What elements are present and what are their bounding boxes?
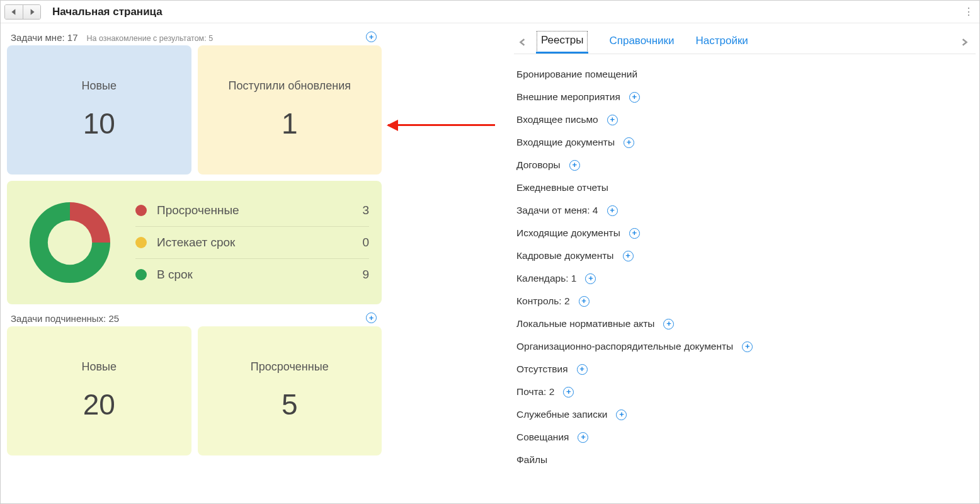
chevron-left-icon (519, 38, 527, 46)
nav-buttons (4, 4, 41, 20)
legend-row[interactable]: Истекает срок0 (135, 227, 369, 259)
donut-chart (20, 192, 120, 293)
arrow-line (388, 124, 495, 126)
my-tasks-subtitle[interactable]: На ознакомление с результатом: 5 (87, 34, 214, 43)
main: Задачи мне: 17 На ознакомление с результ… (1, 23, 979, 503)
registry-item-label: Контроль: 2 (516, 295, 570, 307)
registry-item[interactable]: Контроль: 2 (516, 290, 976, 312)
plus-icon[interactable] (623, 251, 634, 261)
my-tasks-tiles: Новые 10 Поступили обновления 1 (7, 45, 382, 175)
registry-item-label: Совещания (516, 432, 569, 443)
kebab-menu-icon[interactable]: ⋮ (963, 4, 974, 18)
plus-icon[interactable] (585, 273, 596, 284)
registry-item[interactable]: Внешние мероприятия (516, 86, 976, 108)
registry-item[interactable]: Задачи от меня: 4 (516, 199, 976, 222)
toolbar: Начальная страница ⋮ (1, 1, 979, 23)
sub-tasks-tiles: Новые 20 Просроченные 5 (7, 326, 382, 455)
legend-label: Истекает срок (157, 236, 350, 249)
legend-row[interactable]: В срок9 (135, 259, 369, 290)
plus-icon[interactable] (577, 364, 588, 375)
arrow-head-icon (387, 120, 398, 131)
plus-icon[interactable] (616, 410, 627, 420)
forward-button[interactable] (23, 5, 40, 19)
tile-new-value: 10 (83, 106, 115, 140)
plus-icon[interactable] (629, 92, 640, 103)
registry-item-label: Договоры (516, 159, 561, 171)
plus-icon[interactable] (742, 341, 753, 352)
donut-slice (70, 202, 110, 243)
registry-item[interactable]: Отсутствия (516, 358, 976, 381)
plus-icon[interactable] (663, 319, 674, 329)
registry-item-label: Ежедневные отчеты (516, 182, 608, 193)
registry-item-label: Календарь: 1 (516, 273, 576, 284)
tile-sub-new[interactable]: Новые 20 (7, 326, 191, 455)
tile-updates[interactable]: Поступили обновления 1 (198, 45, 382, 175)
registry-item[interactable]: Ежедневные отчеты (516, 176, 976, 199)
tile-new[interactable]: Новые 10 (7, 45, 191, 175)
donut-chart-svg (20, 192, 120, 293)
registry-item-label: Входящее письмо (516, 114, 598, 125)
plus-icon (366, 32, 377, 42)
tile-updates-value: 1 (282, 106, 298, 140)
registry-item[interactable]: Файлы (516, 449, 976, 471)
registry-item[interactable]: Совещания (516, 426, 976, 449)
plus-icon (366, 312, 377, 323)
registry-item-label: Локальные нормативные акты (516, 318, 654, 329)
back-button[interactable] (5, 5, 23, 19)
tab-registries[interactable]: Реестры (537, 31, 588, 52)
registry-item[interactable]: Входящие документы (516, 131, 976, 154)
right-column: Реестры Справочники Настройки Бронирован… (514, 23, 979, 503)
registry-list: Бронирование помещенийВнешние мероприяти… (514, 54, 976, 471)
tab-settings[interactable]: Настройки (695, 31, 748, 54)
registry-item[interactable]: Договоры (516, 154, 976, 176)
tile-sub-overdue-value: 5 (282, 387, 298, 421)
registry-item-label: Входящие документы (516, 137, 615, 148)
tabs-scroll-right[interactable] (955, 33, 973, 51)
registry-item-label: Кадровые документы (516, 250, 614, 261)
registry-item[interactable]: Исходящие документы (516, 222, 976, 244)
plus-icon[interactable] (579, 296, 590, 307)
plus-icon[interactable] (629, 228, 640, 239)
plus-icon[interactable] (607, 115, 618, 125)
left-column: Задачи мне: 17 На ознакомление с результ… (1, 23, 388, 503)
plus-icon[interactable] (563, 387, 574, 398)
tile-updates-label: Поступили обновления (229, 79, 351, 93)
tile-sub-overdue-label: Просроченные (251, 360, 329, 374)
legend-dot-icon (135, 205, 147, 216)
sub-tasks-add[interactable] (366, 312, 377, 323)
plus-icon[interactable] (578, 432, 588, 443)
plus-icon[interactable] (569, 160, 580, 171)
registry-item[interactable]: Входящее письмо (516, 108, 976, 131)
legend-value: 0 (350, 236, 369, 249)
tasks-chart-tile[interactable]: Просроченные3Истекает срок0В срок9 (7, 181, 382, 304)
legend-label: В срок (157, 268, 350, 282)
registry-item-label: Организационно-распорядительные документ… (516, 341, 733, 352)
tile-sub-overdue[interactable]: Просроченные 5 (198, 326, 382, 455)
legend-value: 9 (350, 268, 369, 282)
sub-tasks-title[interactable]: Задачи подчиненных: 25 (11, 313, 119, 324)
legend-dot-icon (135, 269, 147, 280)
tile-sub-new-value: 20 (83, 387, 115, 421)
tab-reference[interactable]: Справочники (609, 31, 674, 54)
registry-item[interactable]: Почта: 2 (516, 381, 976, 403)
registry-item[interactable]: Бронирование помещений (516, 63, 976, 86)
tabs-scroll-left[interactable] (514, 33, 532, 51)
legend-row[interactable]: Просроченные3 (135, 195, 369, 227)
registry-item-label: Служебные записки (516, 409, 607, 420)
my-tasks-title[interactable]: Задачи мне: 17 (11, 32, 78, 43)
plus-icon[interactable] (624, 137, 634, 148)
page-title: Начальная страница (52, 6, 162, 18)
chart-legend: Просроченные3Истекает срок0В срок9 (135, 195, 369, 290)
chevron-right-icon (960, 38, 968, 46)
plus-icon[interactable] (607, 205, 618, 216)
registry-item[interactable]: Кадровые документы (516, 244, 976, 267)
sub-tasks-header: Задачи подчиненных: 25 (11, 313, 382, 324)
my-tasks-add[interactable] (366, 32, 377, 42)
legend-label: Просроченные (157, 203, 350, 217)
registry-item[interactable]: Локальные нормативные акты (516, 312, 976, 335)
registry-item-label: Бронирование помещений (516, 69, 637, 80)
registry-item[interactable]: Служебные записки (516, 403, 976, 426)
registry-item[interactable]: Календарь: 1 (516, 267, 976, 290)
registry-item[interactable]: Организационно-распорядительные документ… (516, 335, 976, 358)
registry-item-label: Файлы (516, 454, 547, 466)
